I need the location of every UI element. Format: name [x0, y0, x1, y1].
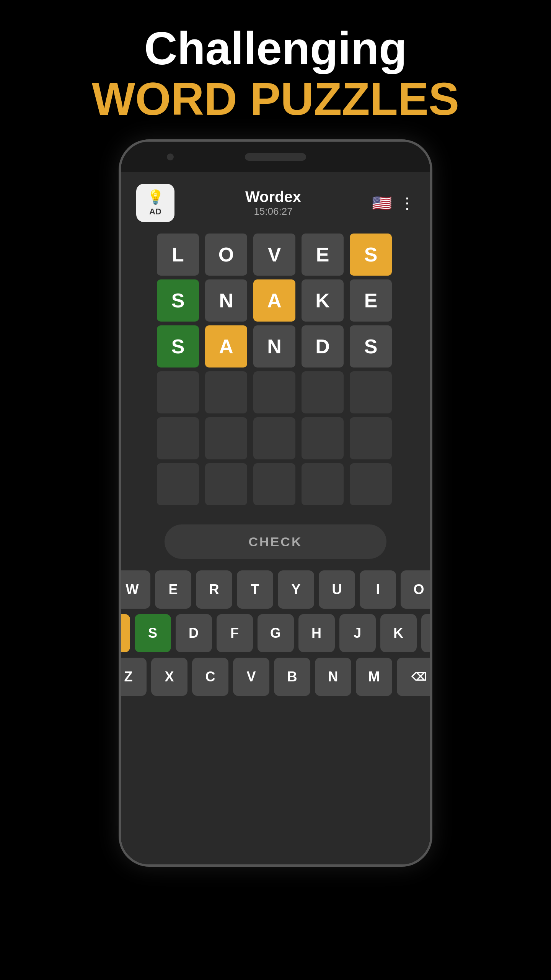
keyboard: QWERTYUIOPASDFGHJKLZXCVBNM⌫ — [132, 570, 419, 696]
app-header: 💡 AD Wordex 15:06:27 🇺🇸 ⋮ — [132, 180, 419, 230]
key-I[interactable]: I — [360, 570, 396, 609]
key-V[interactable]: V — [233, 658, 269, 696]
key-L[interactable]: L — [421, 614, 433, 652]
key-U[interactable]: U — [319, 570, 355, 609]
phone-frame: 💡 AD Wordex 15:06:27 🇺🇸 ⋮ LOVESSNAKESAND… — [119, 139, 432, 867]
grid-cell-2-2: N — [253, 325, 295, 368]
grid-cell-2-0: S — [157, 325, 199, 368]
header-section: Challenging WORD PUZZLES — [0, 0, 551, 139]
grid-cell-5-1 — [205, 463, 247, 505]
key-M[interactable]: M — [356, 658, 392, 696]
key-C[interactable]: C — [192, 658, 228, 696]
keyboard-row-2: ZXCVBNM⌫ — [119, 658, 432, 696]
key-A[interactable]: A — [119, 614, 130, 652]
key-T[interactable]: T — [237, 570, 273, 609]
grid-cell-3-2 — [253, 371, 295, 413]
app-title: Wordex — [245, 188, 301, 206]
check-button-label: CHECK — [249, 534, 303, 549]
key-W[interactable]: W — [119, 570, 150, 609]
grid-cell-1-1: N — [205, 279, 247, 322]
grid-cell-0-0: L — [157, 234, 199, 276]
key-R[interactable]: R — [196, 570, 232, 609]
grid-cell-3-4 — [350, 371, 392, 413]
key-Y[interactable]: Y — [278, 570, 314, 609]
grid-cell-2-3: D — [302, 325, 344, 368]
game-grid: LOVESSNAKESANDS — [157, 234, 394, 505]
grid-cell-5-4 — [350, 463, 392, 505]
phone-side-button — [430, 295, 432, 333]
header-line2: WORD PUZZLES — [0, 74, 551, 124]
keyboard-row-1: ASDFGHJKL — [119, 614, 432, 652]
grid-cell-4-4 — [350, 417, 392, 459]
grid-cell-3-3 — [302, 371, 344, 413]
grid-cell-1-0: S — [157, 279, 199, 322]
bulb-icon: 💡 — [147, 189, 164, 205]
grid-cell-1-4: E — [350, 279, 392, 322]
grid-cell-0-1: O — [205, 234, 247, 276]
grid-cell-5-0 — [157, 463, 199, 505]
grid-cell-2-4: S — [350, 325, 392, 368]
key-Z[interactable]: Z — [119, 658, 147, 696]
key-S[interactable]: S — [135, 614, 171, 652]
grid-cell-4-2 — [253, 417, 295, 459]
key-H[interactable]: H — [298, 614, 335, 652]
check-button[interactable]: CHECK — [165, 524, 386, 559]
grid-cell-4-1 — [205, 417, 247, 459]
app-title-section: Wordex 15:06:27 — [245, 188, 301, 217]
grid-cell-3-0 — [157, 371, 199, 413]
key-J[interactable]: J — [339, 614, 376, 652]
key-O[interactable]: O — [401, 570, 432, 609]
phone-inner: 💡 AD Wordex 15:06:27 🇺🇸 ⋮ LOVESSNAKESAND… — [121, 172, 430, 864]
key-⌫[interactable]: ⌫ — [397, 658, 432, 696]
key-F[interactable]: F — [217, 614, 253, 652]
flag-icon[interactable]: 🇺🇸 — [372, 194, 392, 212]
grid-cell-4-0 — [157, 417, 199, 459]
key-K[interactable]: K — [380, 614, 417, 652]
ad-label: AD — [149, 207, 161, 217]
grid-cell-4-3 — [302, 417, 344, 459]
grid-cell-3-1 — [205, 371, 247, 413]
grid-cell-1-2: A — [253, 279, 295, 322]
menu-icon[interactable]: ⋮ — [399, 194, 415, 212]
app-timer: 15:06:27 — [254, 206, 292, 217]
key-B[interactable]: B — [274, 658, 310, 696]
keyboard-row-0: QWERTYUIOP — [119, 570, 432, 609]
phone-speaker — [245, 153, 306, 161]
grid-cell-0-2: V — [253, 234, 295, 276]
phone-top-bar — [121, 142, 430, 172]
app-header-right: 🇺🇸 ⋮ — [372, 194, 415, 212]
phone-camera — [167, 154, 174, 160]
key-G[interactable]: G — [258, 614, 294, 652]
key-E[interactable]: E — [155, 570, 191, 609]
grid-cell-2-1: A — [205, 325, 247, 368]
header-line1: Challenging — [0, 23, 551, 74]
grid-cell-0-3: E — [302, 234, 344, 276]
grid-cell-1-3: K — [302, 279, 344, 322]
key-X[interactable]: X — [151, 658, 187, 696]
ad-button[interactable]: 💡 AD — [136, 184, 174, 222]
key-N[interactable]: N — [315, 658, 351, 696]
grid-cell-5-2 — [253, 463, 295, 505]
key-D[interactable]: D — [176, 614, 212, 652]
grid-cell-0-4: S — [350, 234, 392, 276]
grid-cell-5-3 — [302, 463, 344, 505]
